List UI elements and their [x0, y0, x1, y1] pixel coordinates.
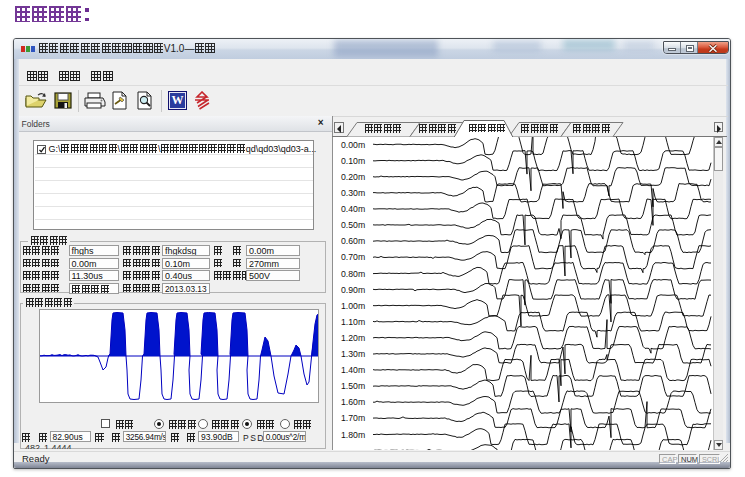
svg-text:1.50m: 1.50m [341, 381, 365, 391]
svg-text:0.90m: 0.90m [341, 285, 365, 295]
svg-text:0.60m: 0.60m [341, 236, 365, 246]
svg-text:1.00m: 1.00m [341, 301, 365, 311]
svg-text:1.10m: 1.10m [341, 317, 365, 327]
svg-text:1.40m: 1.40m [341, 365, 365, 375]
svg-text:0.70m: 0.70m [341, 252, 365, 262]
svg-text:1.20m: 1.20m [341, 333, 365, 343]
svg-text:1.60m: 1.60m [341, 397, 365, 407]
svg-text:0.20m: 0.20m [341, 172, 365, 182]
svg-text:1.70m: 1.70m [341, 413, 365, 423]
svg-text:0.80m: 0.80m [341, 269, 365, 279]
svg-text:1.80m: 1.80m [341, 430, 365, 440]
svg-text:0.40m: 0.40m [341, 204, 365, 214]
svg-text:0.00m: 0.00m [341, 140, 365, 150]
svg-text:0.50m: 0.50m [341, 220, 365, 230]
svg-text:1.30m: 1.30m [341, 349, 365, 359]
svg-text:0.30m: 0.30m [341, 188, 365, 198]
svg-text:0.10m: 0.10m [341, 156, 365, 166]
